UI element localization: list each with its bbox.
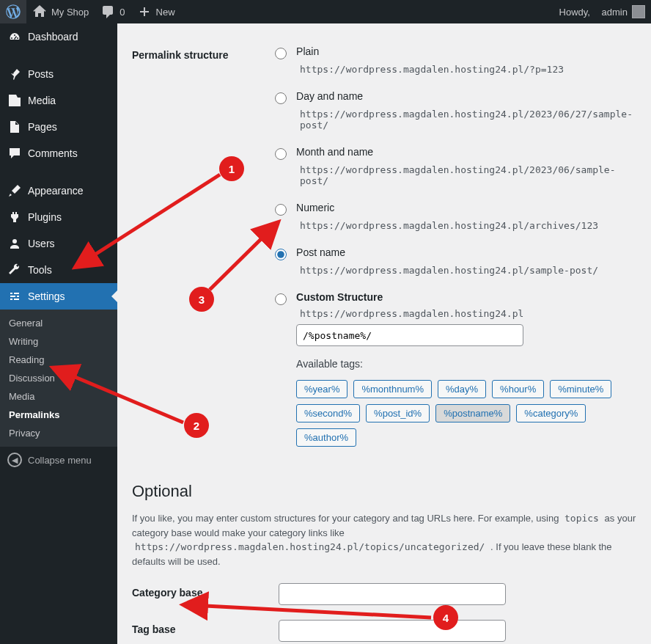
- optional-desc-topics: topics: [562, 512, 602, 524]
- permalink-radio-numeric[interactable]: [275, 204, 287, 216]
- permalink-custom-input[interactable]: [296, 324, 523, 346]
- submenu-reading[interactable]: Reading: [0, 351, 117, 369]
- submenu-media[interactable]: Media: [0, 387, 117, 406]
- permalink-option-numeric[interactable]: Numeric https://wordpress.magdalen.hosti…: [271, 202, 636, 233]
- tag-button-second[interactable]: %second%: [296, 404, 360, 422]
- permalink-option-postname-label: Post name: [296, 246, 636, 258]
- category-base-label: Category base: [132, 583, 279, 599]
- tag-button-postname[interactable]: %postname%: [435, 404, 510, 422]
- permalink-radio-custom[interactable]: [275, 293, 287, 305]
- tag-button-year[interactable]: %year%: [296, 380, 347, 398]
- menu-media[interactable]: Media: [0, 87, 117, 114]
- media-icon: [7, 93, 22, 108]
- menu-appearance[interactable]: Appearance: [0, 178, 117, 204]
- tag-base-label: Tag base: [132, 620, 279, 635]
- comments-icon: [7, 146, 22, 161]
- submenu-writing[interactable]: Writing: [0, 332, 117, 351]
- admin-sidebar: Dashboard Posts Media Pages Comments App…: [0, 23, 117, 644]
- permalink-radio-postname[interactable]: [275, 249, 287, 260]
- dashboard-icon: [7, 29, 22, 44]
- permalink-option-day-name[interactable]: Day and name https://wordpress.magdalen.…: [271, 90, 636, 133]
- plus-icon: [137, 4, 152, 19]
- permalink-option-postname[interactable]: Post name https://wordpress.magdalen.hos…: [271, 246, 636, 278]
- tag-button-category[interactable]: %category%: [516, 404, 586, 422]
- site-name-text: My Shop: [51, 7, 89, 18]
- new-text: New: [156, 7, 175, 18]
- submenu-discussion[interactable]: Discussion: [0, 369, 117, 387]
- permalink-option-custom-label: Custom Structure: [296, 291, 636, 303]
- permalink-option-numeric-label: Numeric: [296, 202, 636, 213]
- brush-icon: [7, 183, 22, 198]
- sliders-icon: [7, 289, 22, 304]
- collapse-menu[interactable]: ◀ Collapse menu: [0, 447, 117, 473]
- menu-plugins-label: Plugins: [28, 211, 62, 223]
- menu-users-label: Users: [28, 238, 55, 249]
- menu-media-label: Media: [28, 95, 56, 106]
- new-content-link[interactable]: New: [131, 0, 181, 23]
- permalink-radio-plain[interactable]: [275, 48, 287, 59]
- collapse-icon: ◀: [7, 453, 22, 467]
- wp-logo-menu[interactable]: [0, 0, 26, 23]
- account-menu[interactable]: Howdy, admin: [553, 0, 651, 23]
- menu-users[interactable]: Users: [0, 230, 117, 257]
- optional-heading: Optional: [132, 482, 636, 501]
- optional-desc-url: https://wordpress.magdalen.hosting24.pl/…: [132, 541, 488, 553]
- permalink-option-numeric-url: https://wordpress.magdalen.hosting24.pl/…: [296, 218, 602, 233]
- permalink-custom-base: https://wordpress.magdalen.hosting24.pl: [296, 306, 527, 321]
- menu-appearance-label: Appearance: [28, 185, 84, 197]
- permalink-option-month-name-label: Month and name: [296, 146, 636, 158]
- tag-base-input[interactable]: [279, 620, 506, 642]
- permalink-radio-month-name[interactable]: [275, 148, 287, 160]
- menu-dashboard[interactable]: Dashboard: [0, 23, 117, 50]
- menu-settings-label: Settings: [28, 290, 65, 302]
- menu-plugins[interactable]: Plugins: [0, 204, 117, 230]
- permalink-option-plain-url: https://wordpress.magdalen.hosting24.pl/…: [296, 62, 567, 77]
- menu-tools[interactable]: Tools: [0, 257, 117, 283]
- menu-comments-label: Comments: [28, 147, 78, 159]
- plugin-icon: [7, 210, 22, 224]
- menu-pages-label: Pages: [28, 121, 57, 133]
- howdy-prefix: Howdy,: [559, 7, 590, 18]
- wrench-icon: [7, 263, 22, 277]
- menu-settings[interactable]: Settings: [0, 283, 117, 310]
- pages-icon: [7, 120, 22, 134]
- menu-dashboard-label: Dashboard: [28, 31, 78, 43]
- menu-comments[interactable]: Comments: [0, 140, 117, 167]
- wordpress-logo-icon: [6, 4, 21, 19]
- comments-link[interactable]: 0: [95, 0, 130, 23]
- category-base-input[interactable]: [279, 583, 506, 605]
- pushpin-icon: [7, 67, 22, 81]
- tag-button-monthnum[interactable]: %monthnum%: [353, 380, 432, 398]
- tag-button-author[interactable]: %author%: [296, 428, 356, 447]
- optional-description: If you like, you may enter custom struct…: [132, 511, 636, 568]
- permalink-option-month-name[interactable]: Month and name https://wordpress.magdale…: [271, 146, 636, 189]
- menu-posts-label: Posts: [28, 68, 54, 80]
- menu-posts[interactable]: Posts: [0, 61, 117, 87]
- permalink-option-custom[interactable]: Custom Structure https://wordpress.magda…: [271, 291, 636, 447]
- admin-toolbar: My Shop 0 New Howdy, admin: [0, 0, 651, 23]
- available-tags-label: Available tags:: [296, 358, 636, 370]
- menu-tools-label: Tools: [28, 264, 52, 276]
- permalink-option-plain-label: Plain: [296, 45, 636, 57]
- home-icon: [32, 4, 47, 19]
- optional-desc-pre: If you like, you may enter custom struct…: [132, 513, 562, 524]
- submenu-permalinks[interactable]: Permalinks: [0, 406, 117, 424]
- tag-button-post_id[interactable]: %post_id%: [366, 404, 430, 422]
- permalink-option-postname-url: https://wordpress.magdalen.hosting24.pl/…: [296, 263, 602, 278]
- tag-button-day[interactable]: %day%: [438, 380, 486, 398]
- comments-count-text: 0: [119, 7, 125, 18]
- tag-button-hour[interactable]: %hour%: [492, 380, 544, 398]
- comment-icon: [100, 4, 115, 19]
- submenu-general[interactable]: General: [0, 314, 117, 332]
- main-content: Permalink structure Plain https://wordpr…: [117, 23, 651, 644]
- permalink-option-month-name-url: https://wordpress.magdalen.hosting24.pl/…: [296, 162, 636, 189]
- menu-pages[interactable]: Pages: [0, 114, 117, 140]
- settings-submenu: General Writing Reading Discussion Media…: [0, 310, 117, 447]
- avatar: [632, 5, 645, 18]
- tag-button-minute[interactable]: %minute%: [550, 380, 611, 398]
- permalink-option-plain[interactable]: Plain https://wordpress.magdalen.hosting…: [271, 45, 636, 77]
- site-name-link[interactable]: My Shop: [26, 0, 95, 23]
- permalink-structure-label: Permalink structure: [132, 45, 271, 61]
- submenu-privacy[interactable]: Privacy: [0, 424, 117, 442]
- permalink-radio-day-name[interactable]: [275, 92, 287, 104]
